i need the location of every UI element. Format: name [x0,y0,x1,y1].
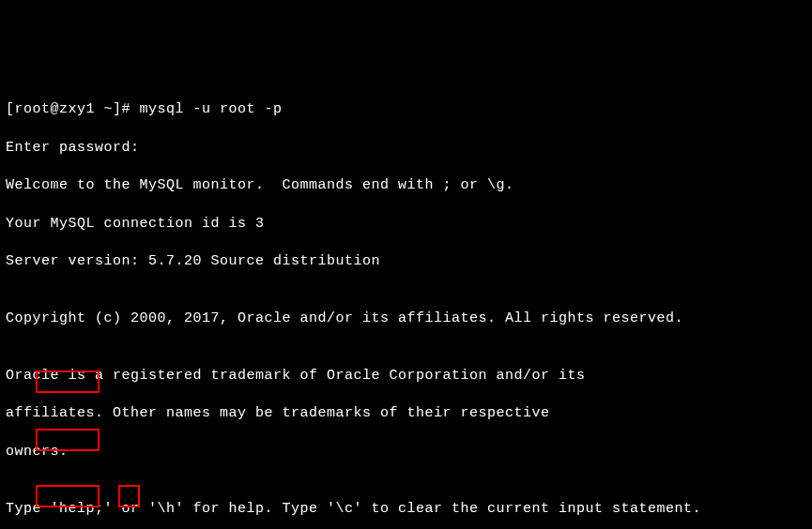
help-line: Type 'help;' or '\h' for help. Type '\c'… [6,500,806,519]
copyright-line: Copyright (c) 2000, 2017, Oracle and/or … [6,310,806,328]
server-version-line: Server version: 5.7.20 Source distributi… [6,252,806,271]
trademark-line-1: Oracle is a registered trademark of Orac… [6,367,806,385]
welcome-line: Welcome to the MySQL monitor. Commands e… [6,176,806,195]
password-prompt: Enter password: [6,139,806,158]
terminal-output[interactable]: [root@zxy1 ~]# mysql -u root -p Enter pa… [6,82,806,529]
trademark-line-3: owners. [6,443,806,461]
connection-id-line: Your MySQL connection id is 3 [6,215,806,234]
trademark-line-2: affiliates. Other names may be trademark… [6,404,806,423]
shell-prompt-line: [root@zxy1 ~]# mysql -u root -p [6,100,806,119]
